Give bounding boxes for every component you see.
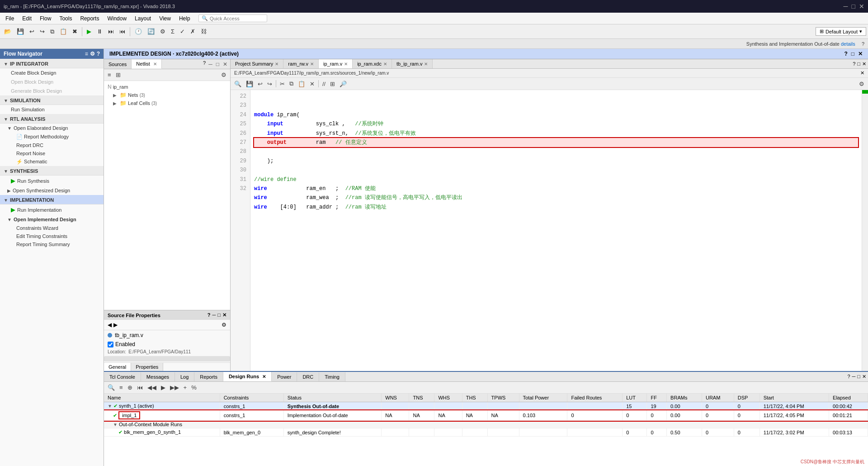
impl-maximize-icon[interactable]: □ <box>851 51 854 57</box>
sfp-help-icon[interactable]: ? <box>208 312 211 318</box>
tab-ram-rw[interactable]: ram_rw.v ✕ <box>283 59 319 68</box>
sfp-next-btn[interactable]: ▶ <box>113 322 118 328</box>
table-row[interactable]: ▼ ✔ synth_1 (active) constrs_1 Synthesis… <box>104 402 868 410</box>
bottom-close-icon[interactable]: ✕ <box>862 374 866 380</box>
editor-paste-btn[interactable]: 📋 <box>296 80 307 88</box>
toolbar-clock[interactable]: 🕐 <box>132 27 144 36</box>
sources-maximize-btn[interactable]: □ <box>215 60 220 68</box>
editor-block-btn[interactable]: ⊞ <box>328 80 337 88</box>
toolbar-sum[interactable]: Σ <box>169 27 177 36</box>
netlist-settings-btn[interactable]: ⚙ <box>219 71 228 79</box>
sfp-scrollbar[interactable] <box>104 356 230 361</box>
editor-float-icon[interactable]: □ <box>857 61 860 67</box>
tab-ip-ram-xdc-close[interactable]: ✕ <box>383 62 387 67</box>
layout-selector[interactable]: ⊞ Default Layout ▾ <box>816 27 866 36</box>
toolbar-pause[interactable]: ⏸ <box>94 27 105 36</box>
nav-run-implementation[interactable]: ▶ Run Implementation <box>0 204 104 215</box>
menu-help[interactable]: Help <box>175 14 194 23</box>
menu-tools[interactable]: Tools <box>56 14 75 23</box>
tab-reports[interactable]: Reports <box>194 372 223 381</box>
tab-netlist[interactable]: Netlist ✕ <box>132 59 162 69</box>
editor-close-icon[interactable]: ✕ <box>862 61 866 67</box>
nav-settings-icon[interactable]: ⚙ <box>90 51 95 57</box>
nav-open-implemented-design[interactable]: ▼ Open Implemented Design <box>0 215 104 224</box>
toolbar-run[interactable]: ▶ <box>85 27 94 36</box>
nav-schematic[interactable]: ⚡ Schematic <box>0 157 104 166</box>
sfp-settings-btn[interactable]: ⚙ <box>222 322 226 328</box>
section-header-synthesis[interactable]: ▼ SYNTHESIS <box>0 166 104 176</box>
tab-drc[interactable]: DRC <box>297 372 319 381</box>
nav-help-icon[interactable]: ? <box>97 51 100 57</box>
runs-percent-btn[interactable]: % <box>189 383 198 392</box>
bottom-help-icon[interactable]: ? <box>847 374 850 380</box>
menu-layout[interactable]: Layout <box>131 14 155 23</box>
menu-window[interactable]: Window <box>104 14 130 23</box>
runs-add-btn[interactable]: + <box>182 383 189 392</box>
nav-edit-timing-constraints[interactable]: Edit Timing Constraints <box>0 232 104 240</box>
table-row[interactable]: ✔ blk_mem_gen_0_synth_1 blk_mem_gen_0 sy… <box>104 428 868 437</box>
tab-sources[interactable]: Sources <box>104 60 132 69</box>
toolbar-step[interactable]: ⏭ <box>106 27 116 36</box>
nav-report-methodology[interactable]: 📄 Report Methodology <box>0 133 104 141</box>
nav-create-block-design[interactable]: Create Block Design <box>0 68 104 77</box>
runs-first-btn[interactable]: ⏮ <box>135 383 145 392</box>
editor-delete-btn[interactable]: ✕ <box>308 80 316 88</box>
tab-netlist-close[interactable]: ✕ <box>153 62 157 67</box>
toolbar-refresh[interactable]: 🔄 <box>145 27 157 36</box>
editor-copy-btn[interactable]: ⧉ <box>288 79 295 88</box>
runs-expand-btn[interactable]: ⊕ <box>126 383 134 392</box>
editor-help-icon[interactable]: ? <box>853 61 855 67</box>
section-header-rtl-analysis[interactable]: ▼ RTL ANALYSIS <box>0 114 104 124</box>
tab-messages[interactable]: Messages <box>141 372 175 381</box>
runs-prev-btn[interactable]: ◀◀ <box>146 383 158 392</box>
nav-run-synthesis[interactable]: ▶ Run Synthesis <box>0 176 104 186</box>
sfp-minimize-icon[interactable]: ─ <box>212 312 216 318</box>
nav-run-simulation[interactable]: Run Simulation <box>0 105 104 114</box>
toolbar-settings[interactable]: ⚙ <box>158 27 168 36</box>
menu-file[interactable]: File <box>2 14 18 23</box>
maximize-button[interactable]: □ <box>852 3 855 10</box>
impl-help-icon[interactable]: ? <box>844 51 847 57</box>
editor-save-btn[interactable]: 💾 <box>244 80 255 88</box>
netlist-nets-item[interactable]: ▶ 📁 Nets (3) <box>106 91 228 99</box>
menu-flow[interactable]: Flow <box>36 14 55 23</box>
section-header-ip-integrator[interactable]: ▼ IP INTEGRATOR <box>0 59 104 68</box>
toolbar-copy[interactable]: ⧉ <box>48 27 57 37</box>
tab-design-runs[interactable]: Design Runs ✕ <box>223 372 272 381</box>
editor-comment-btn[interactable]: // <box>321 80 327 88</box>
sfp-close-icon[interactable]: ✕ <box>222 312 226 318</box>
nav-report-timing-summary[interactable]: Report Timing Summary <box>0 240 104 248</box>
runs-run-btn[interactable]: ▶ <box>159 383 167 392</box>
netlist-collapse-btn[interactable]: ≡ <box>106 71 113 79</box>
sfp-tab-properties[interactable]: Properties <box>131 363 163 371</box>
menu-view[interactable]: View <box>156 14 175 23</box>
editor-settings-btn[interactable]: ⚙ <box>857 80 866 88</box>
bottom-float-icon[interactable]: ─ <box>852 374 856 380</box>
toolbar-open[interactable]: 📂 <box>2 27 14 36</box>
bottom-maximize-icon[interactable]: □ <box>857 374 860 380</box>
tab-ip-ram-close[interactable]: ✕ <box>344 62 348 67</box>
close-button[interactable]: ✕ <box>859 3 864 10</box>
nav-report-noise[interactable]: Report Noise <box>0 149 104 157</box>
sfp-prev-btn[interactable]: ◀ <box>108 322 112 328</box>
status-details-link[interactable]: details <box>841 41 855 47</box>
netlist-leafcells-item[interactable]: ▶ 📁 Leaf Cells (3) <box>106 99 228 107</box>
toolbar-undo[interactable]: ↩ <box>27 27 37 36</box>
netlist-expand-btn[interactable]: ⊞ <box>114 71 123 79</box>
runs-collapse-btn[interactable]: ≡ <box>118 383 125 392</box>
tab-ram-rw-close[interactable]: ✕ <box>310 62 314 67</box>
netlist-root-item[interactable]: N ip_ram <box>106 83 228 91</box>
editor-find-btn[interactable]: 🔎 <box>338 80 349 88</box>
menu-reports[interactable]: Reports <box>76 14 103 23</box>
runs-search-btn[interactable]: 🔍 <box>106 383 117 392</box>
nav-open-synthesized-design[interactable]: ▶ Open Synthesized Design <box>0 186 104 195</box>
tab-project-summary-close[interactable]: ✕ <box>275 62 278 67</box>
editor-back-btn[interactable]: ↩ <box>256 80 264 88</box>
editor-forward-btn[interactable]: ↪ <box>265 80 274 88</box>
nav-collapse-icon[interactable]: ≡ <box>85 51 88 57</box>
quick-access-input[interactable] <box>210 16 264 21</box>
section-header-simulation[interactable]: ▼ SIMULATION <box>0 95 104 105</box>
sources-help-icon[interactable]: ? <box>203 60 206 68</box>
toolbar-delete[interactable]: ✖ <box>70 27 80 36</box>
tab-log[interactable]: Log <box>175 372 194 381</box>
